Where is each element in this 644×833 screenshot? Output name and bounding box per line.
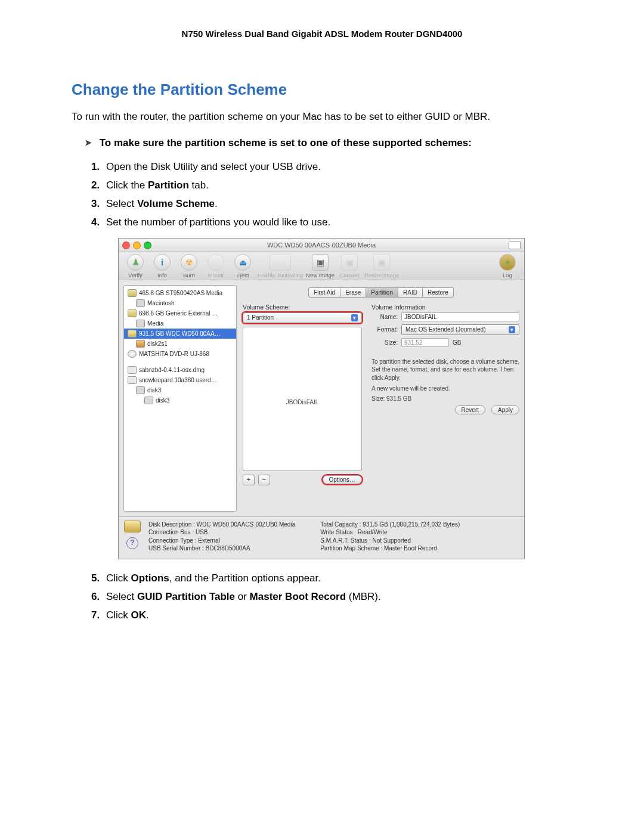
resize-image-icon: ▣: [373, 254, 390, 271]
sidebar-item-vol[interactable]: Media: [124, 318, 236, 329]
task-heading: ➤ To make sure the partition scheme is s…: [85, 137, 572, 149]
sidebar-item-vol[interactable]: Macintosh: [124, 298, 236, 308]
volume-icon: [136, 386, 145, 394]
tb-info[interactable]: iInfo: [149, 254, 175, 278]
remove-partition-button[interactable]: −: [258, 475, 270, 485]
step-6: Select GUID Partition Table or Master Bo…: [103, 589, 572, 605]
step-4: Set the number of partitions you would l…: [103, 214, 572, 230]
minimize-icon[interactable]: [133, 241, 141, 249]
section-title: Change the Partition Scheme: [72, 80, 572, 99]
tb-convert: ▣Convert: [336, 254, 363, 278]
sidebar-item-disk[interactable]: 465.8 GB ST9500420AS Media: [124, 288, 236, 298]
steps-list-2: Click Options, and the Partition options…: [103, 570, 572, 624]
apply-button[interactable]: Apply: [491, 405, 519, 414]
tab-first-aid[interactable]: First Aid: [308, 287, 340, 298]
convert-icon: ▣: [341, 254, 358, 271]
volume-icon: [136, 340, 145, 348]
name-field[interactable]: JBODisFAIL: [401, 312, 519, 321]
tab-restore[interactable]: Restore: [423, 287, 454, 298]
optical-drive-icon: [128, 350, 137, 358]
close-icon[interactable]: [122, 241, 130, 249]
revert-button[interactable]: Revert: [455, 405, 485, 414]
disk-sidebar[interactable]: 465.8 GB ST9500420AS Media Macintosh 698…: [123, 285, 237, 512]
format-label: Format:: [371, 326, 398, 333]
tb-log[interactable]: ≡Log: [494, 254, 521, 278]
sidebar-item-vol[interactable]: disk3: [124, 385, 236, 395]
step-5: Click Options, and the Partition options…: [103, 570, 572, 586]
partition-instructions: To partition the selected disk, choose a…: [371, 358, 519, 382]
sidebar-item-vol[interactable]: disk2s1: [124, 339, 236, 349]
new-image-icon: ▣: [312, 254, 329, 271]
tab-raid[interactable]: RAID: [398, 287, 423, 298]
sidebar-item-disk[interactable]: 698.6 GB Generic External …: [124, 308, 236, 318]
partition-label: JBODisFAIL: [243, 399, 361, 405]
burn-icon: ☢: [185, 258, 193, 267]
step-3: Select Volume Scheme.: [103, 196, 572, 212]
disk-icon: [124, 521, 141, 532]
partition-layout[interactable]: JBODisFAIL: [243, 327, 362, 471]
tab-erase[interactable]: Erase: [340, 287, 366, 298]
sidebar-item-selected[interactable]: 931.5 GB WDC WD50 00AA…: [124, 329, 236, 339]
tb-burn[interactable]: ☢Burn: [176, 254, 202, 278]
chevron-updown-icon: ▾: [509, 326, 515, 333]
external-disk-icon: [128, 330, 137, 337]
step-2: Click the Partition tab.: [103, 177, 572, 193]
internal-disk-icon: [128, 289, 137, 297]
disk-utility-screenshot: WDC WD50 00AACS-00ZUB0 Media ♟Verify iIn…: [118, 238, 525, 559]
step-7: Click OK.: [103, 607, 572, 623]
new-volume-note-2: Size: 931.5 GB: [371, 395, 519, 402]
steps-list-1: Open the Disk Utility and select your US…: [103, 159, 572, 231]
doc-header: N750 Wireless Dual Band Gigabit ADSL Mod…: [72, 29, 572, 39]
zoom-icon[interactable]: [144, 241, 151, 249]
format-popup[interactable]: Mac OS Extended (Journaled)▾: [401, 324, 519, 335]
disk-image-icon: [128, 366, 137, 374]
tab-partition[interactable]: Partition: [366, 287, 398, 298]
volume-scheme-label: Volume Scheme:: [243, 304, 362, 311]
help-icon[interactable]: ?: [126, 537, 138, 549]
volume-scheme-popup[interactable]: 1 Partition ▾: [243, 312, 362, 323]
tb-mount: Mount: [203, 254, 229, 278]
disk-image-icon: [128, 376, 137, 384]
window-titlebar: WDC WD50 00AACS-00ZUB0 Media: [119, 239, 524, 252]
new-volume-note-1: A new volume will be created.: [371, 385, 519, 392]
tabs: First Aid Erase Partition RAID Restore: [243, 287, 519, 298]
sidebar-item-vol[interactable]: disk3: [124, 395, 236, 405]
volume-icon: [136, 299, 145, 307]
tb-new-image[interactable]: ▣New Image: [305, 254, 336, 278]
volume-icon: [144, 397, 153, 404]
size-label: Size:: [371, 339, 398, 346]
verify-icon: ♟: [132, 257, 140, 268]
step-1: Open the Disk Utility and select your US…: [103, 159, 572, 175]
options-button[interactable]: Options…: [323, 475, 362, 484]
volume-info-label: Volume Information: [371, 304, 519, 311]
task-arrow-icon: ➤: [85, 138, 92, 147]
sidebar-item-image[interactable]: sabnzbd-0.4.11-osx.dmg: [124, 365, 236, 375]
tb-eject[interactable]: ⏏Eject: [230, 254, 256, 278]
tb-resize-image: ▣Resize Image: [363, 254, 400, 278]
toolbar: ♟Verify iInfo ☢Burn Mount ⏏Eject Enable …: [119, 252, 524, 280]
tb-verify[interactable]: ♟Verify: [122, 254, 148, 278]
size-unit: GB: [453, 339, 461, 346]
chevron-updown-icon: ▾: [351, 314, 358, 321]
volume-icon: [136, 320, 145, 327]
name-label: Name:: [371, 314, 398, 320]
eject-icon: ⏏: [239, 258, 247, 267]
external-disk-icon: [128, 309, 137, 317]
window-title: WDC WD50 00AACS-00ZUB0 Media: [119, 241, 524, 249]
toolbar-toggle-icon[interactable]: [509, 241, 521, 249]
task-text: To make sure the partition scheme is set…: [100, 137, 472, 148]
tb-enable-journaling: Enable Journaling: [256, 254, 304, 278]
disk-info-footer: ? Disk Description : WDC WD50 00AACS-00Z…: [119, 516, 524, 559]
sidebar-item-optical[interactable]: MATSHITA DVD-R UJ-868: [124, 349, 236, 359]
intro-text: To run with the router, the partition sc…: [72, 110, 572, 124]
sidebar-item-image[interactable]: snowleopard.10a380.userd…: [124, 375, 236, 385]
log-icon: ≡: [499, 254, 516, 271]
volume-scheme-value: 1 Partition: [247, 314, 274, 321]
info-icon: i: [161, 258, 163, 267]
add-partition-button[interactable]: +: [243, 475, 255, 485]
size-field[interactable]: 931.52: [401, 338, 449, 347]
